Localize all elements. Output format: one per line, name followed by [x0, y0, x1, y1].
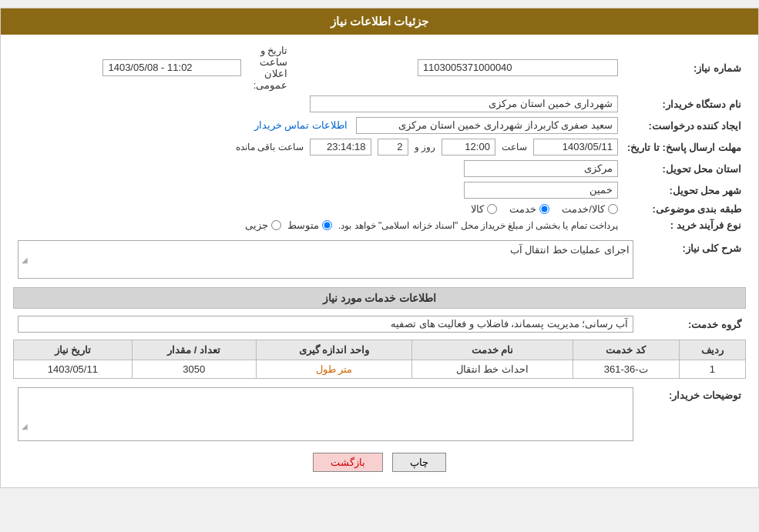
tarikh-input: 1403/05/08 - 11:02: [102, 59, 241, 76]
cell-kod: ت-36-361: [573, 360, 679, 379]
shahr-input: خمین: [464, 182, 618, 199]
table-row: 1 ت-36-361 احداث خط انتقال متر طول 3050 …: [14, 360, 746, 379]
row-nooe: نوع فرآیند خرید : پرداخت تمام یا بخشی از…: [13, 217, 746, 233]
nooe-row: پرداخت تمام یا بخشی از مبلغ خریداز محل "…: [18, 219, 618, 231]
radio-jozii-input[interactable]: [271, 220, 281, 230]
service-table: ردیف کد خدمت نام خدمت واحد اندازه گیری ت…: [13, 340, 746, 379]
shomara-value: 1103005371000040: [292, 42, 622, 93]
sharh-value-cell: اجرای عملیات خط انتقال آب ◢: [13, 238, 638, 281]
tozihat-label: توضیحات خریدار:: [669, 390, 741, 401]
radio-kala-input[interactable]: [487, 204, 497, 214]
ostan-value-cell: مرکزی: [13, 158, 623, 179]
row-shahr: شهر محل تحویل: خمین: [13, 179, 746, 201]
tabaqe-value-cell: کالا/خدمت خدمت کالا: [13, 201, 623, 217]
radio-kala-label: کالا: [471, 203, 484, 215]
ijad-label: ایجاد کننده درخواست:: [623, 115, 746, 136]
row-grouh: گروه خدمت: آب رسانی؛ مدیریت پسماند، فاضل…: [13, 313, 746, 335]
cell-tedad: 3050: [132, 360, 256, 379]
resize-corner-2: ◢: [22, 422, 630, 430]
grouh-input: آب رسانی؛ مدیریت پسماند، فاضلاب و فعالیت…: [18, 316, 633, 333]
col-kod: کد خدمت: [573, 340, 679, 360]
service-table-header-row: ردیف کد خدمت نام خدمت واحد اندازه گیری ت…: [14, 340, 746, 360]
sharh-label: شرح کلی نیاز:: [682, 243, 741, 254]
cell-radif: 1: [679, 360, 745, 379]
sharh-text: اجرای عملیات خط انتقال آب: [510, 244, 630, 256]
col-tedad: تعداد / مقدار: [132, 340, 256, 360]
radio-kala-khedmat[interactable]: کالا/خدمت: [562, 203, 618, 215]
main-content: شماره نیاز: 1103005371000040 تاریخ و ساع…: [1, 35, 758, 487]
row-shomara: شماره نیاز: 1103005371000040 تاریخ و ساع…: [13, 42, 746, 93]
radio-kala-khedmat-input[interactable]: [608, 204, 618, 214]
dastgah-label: نام دستگاه خریدار:: [623, 93, 746, 115]
ijad-value-cell: سعید صفری کاربرداز شهرداری خمین استان مر…: [13, 115, 623, 136]
nooe-text: پرداخت تمام یا بخشی از مبلغ خریداز محل "…: [338, 220, 618, 231]
radio-jozii-label: جزیی: [245, 219, 268, 231]
cell-tarikh: 1403/05/11: [14, 360, 133, 379]
mohlat-saat-input: 12:00: [442, 139, 495, 156]
service-table-body: 1 ت-36-361 احداث خط انتقال متر طول 3050 …: [14, 360, 746, 379]
mohlat-row: 1403/05/11 ساعت 12:00 روز و 2 23:14:18 س…: [18, 139, 618, 156]
mohlat-label: مهلت ارسال پاسخ: تا تاریخ:: [623, 136, 746, 158]
row-sharh: شرح کلی نیاز: اجرای عملیات خط انتقال آب …: [13, 238, 746, 281]
radio-motavasset-input[interactable]: [322, 220, 332, 230]
cell-vahed: متر طول: [256, 360, 412, 379]
resize-corner: ◢: [22, 256, 630, 264]
shahr-value-cell: خمین: [13, 179, 623, 201]
nooe-label: نوع فرآیند خرید :: [623, 217, 746, 233]
grouh-table: گروه خدمت: آب رسانی؛ مدیریت پسماند، فاضل…: [13, 313, 746, 335]
tabaqe-label: طبقه بندی موضوعی:: [623, 201, 746, 217]
col-vahed: واحد اندازه گیری: [256, 340, 412, 360]
mohlat-date-input: 1403/05/11: [533, 139, 618, 156]
grouh-value-cell: آب رسانی؛ مدیریت پسماند، فاضلاب و فعالیت…: [13, 313, 638, 335]
ijad-input: سعید صفری کاربرداز شهرداری خمین استان مر…: [356, 117, 618, 134]
row-tozihat: توضیحات خریدار: ◢: [13, 385, 746, 443]
tozihat-textarea[interactable]: ◢: [18, 387, 633, 441]
radio-khedmat[interactable]: خدمت: [509, 203, 549, 215]
shomara-input: 1103005371000040: [418, 59, 618, 76]
radio-khedmat-label: خدمت: [509, 203, 536, 215]
mohlat-rooz-input: 2: [378, 139, 408, 156]
page-header: جزئیات اطلاعات نیاز: [1, 8, 758, 35]
sharh-table: شرح کلی نیاز: اجرای عملیات خط انتقال آب …: [13, 238, 746, 281]
radio-jozii[interactable]: جزیی: [245, 219, 281, 231]
ostan-label: استان محل تحویل:: [623, 158, 746, 179]
mohlat-baqi-label: ساعت باقی مانده: [236, 142, 304, 152]
tarikh-label: تاریخ و ساعت اعلان عمومی:: [254, 45, 288, 91]
col-tarikh: تاریخ نیاز: [14, 340, 133, 360]
tabaqe-radio-group: کالا/خدمت خدمت کالا: [18, 203, 618, 215]
row-tabaqe: طبقه بندی موضوعی: کالا/خدمت خدمت: [13, 201, 746, 217]
ostan-input: مرکزی: [464, 160, 618, 177]
row-mohlat: مهلت ارسال پاسخ: تا تاریخ: 1403/05/11 سا…: [13, 136, 746, 158]
page-title: جزئیات اطلاعات نیاز: [331, 15, 428, 28]
print-button[interactable]: چاپ: [392, 453, 446, 472]
services-section-header: اطلاعات خدمات مورد نیاز: [13, 287, 746, 309]
row-dastgah: نام دستگاه خریدار: شهرداری خمین استان مر…: [13, 93, 746, 115]
mohlat-value-cell: 1403/05/11 ساعت 12:00 روز و 2 23:14:18 س…: [13, 136, 623, 158]
sharh-textarea[interactable]: اجرای عملیات خط انتقال آب ◢: [18, 240, 633, 279]
tarikh-label-cell: تاریخ و ساعت اعلان عمومی:: [246, 42, 292, 93]
info-table-top: شماره نیاز: 1103005371000040 تاریخ و ساع…: [13, 42, 746, 233]
tarikh-value-cell: 1403/05/08 - 11:02: [13, 42, 246, 93]
sharh-label-cell: شرح کلی نیاز:: [638, 238, 746, 281]
dastgah-value-cell: شهرداری خمین استان مرکزی: [13, 93, 623, 115]
mohlat-baqi-input: 23:14:18: [310, 139, 371, 156]
grouh-label: گروه خدمت:: [638, 313, 746, 335]
service-table-head: ردیف کد خدمت نام خدمت واحد اندازه گیری ت…: [14, 340, 746, 360]
radio-motavasset[interactable]: متوسط: [287, 219, 332, 231]
nooe-value-cell: پرداخت تمام یا بخشی از مبلغ خریداز محل "…: [13, 217, 623, 233]
cell-nam: احداث خط انتقال: [412, 360, 573, 379]
radio-kala[interactable]: کالا: [471, 203, 497, 215]
shomara-label: شماره نیاز:: [623, 42, 746, 93]
col-radif: ردیف: [679, 340, 745, 360]
shahr-label: شهر محل تحویل:: [623, 179, 746, 201]
mohlat-rooz-label: روز و: [415, 142, 435, 152]
row-ijad: ایجاد کننده درخواست: سعید صفری کاربرداز …: [13, 115, 746, 136]
ettelaat-link[interactable]: اطلاعات تماس خریدار: [254, 119, 348, 131]
back-button[interactable]: بازگشت: [313, 453, 383, 472]
row-ostan: استان محل تحویل: مرکزی: [13, 158, 746, 179]
dastgah-input: شهرداری خمین استان مرکزی: [310, 95, 618, 112]
buttons-row: بازگشت چاپ: [13, 453, 746, 472]
tozihat-table: توضیحات خریدار: ◢: [13, 385, 746, 443]
tozihat-label-cell: توضیحات خریدار:: [638, 385, 746, 443]
radio-khedmat-input[interactable]: [539, 204, 549, 214]
